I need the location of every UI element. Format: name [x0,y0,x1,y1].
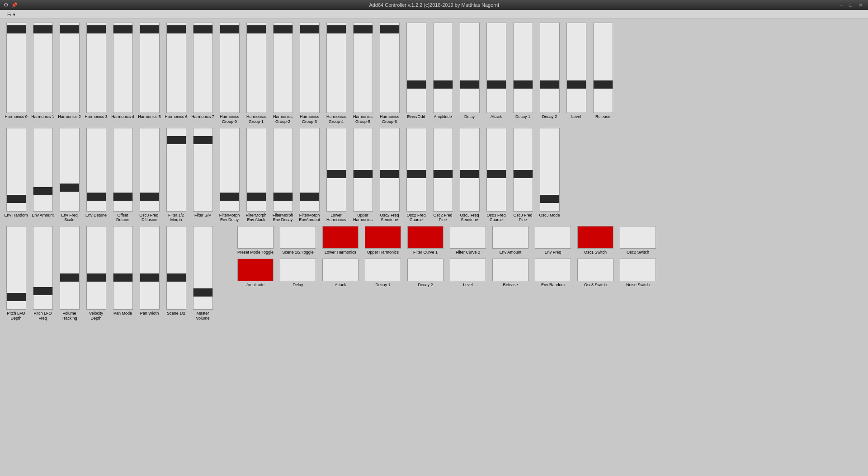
button-container: Osc3 Switch [575,259,616,287]
fader-track[interactable] [140,128,160,212]
fader-label: Harmonics Group-0 [217,114,242,124]
fader-track[interactable] [60,23,80,113]
fader-track[interactable] [113,23,133,113]
fader-track[interactable] [300,23,320,113]
fader-track[interactable] [566,23,586,113]
fader-track[interactable] [220,23,240,113]
fader-handle [140,273,159,282]
fader-track[interactable] [166,226,186,310]
close-button[interactable]: ✕ [857,2,864,8]
fader-label: Harmonics 5 [138,114,161,119]
fader-track[interactable] [246,23,266,113]
button-label: Scene 1/2 Toggle [282,250,313,255]
fader-track[interactable] [433,128,453,212]
fader-track[interactable] [593,23,613,113]
fader-track[interactable] [140,226,160,310]
fader-track[interactable] [406,23,426,113]
button-box[interactable] [620,259,656,281]
fader-track[interactable] [33,128,53,212]
button-container: Osc1 Switch [575,226,616,255]
fader-track[interactable] [540,23,560,113]
button-box[interactable] [237,226,274,249]
fader-track[interactable] [113,226,133,310]
fader-label: Harmonics Group-1 [244,114,269,124]
fader-track[interactable] [86,23,106,113]
fader-track[interactable] [326,128,346,212]
fader-container: Osc3 Freq. Diffusion [137,128,162,223]
fader-track[interactable] [353,23,373,113]
fader-track[interactable] [353,128,373,212]
fader-track[interactable] [300,128,320,212]
button-box[interactable] [365,226,401,249]
button-box[interactable] [577,259,613,281]
button-box[interactable] [450,226,486,249]
fader-track[interactable] [513,23,533,113]
fader-track[interactable] [6,23,26,113]
button-container: Env Random [533,259,573,287]
fader-track[interactable] [220,128,240,212]
fader-track[interactable] [193,23,213,113]
fader-track[interactable] [540,128,560,212]
button-box[interactable] [620,226,656,249]
fader-container: Harmonics Group-4 [324,23,349,124]
button-box[interactable] [535,226,571,249]
buttons-row2: AmplitudeDelayAttackDecay 1Decay 2LevelR… [235,259,658,287]
button-box[interactable] [365,259,401,281]
fader-label: Harmonics Group-6 [377,114,402,124]
fader-track[interactable] [273,23,293,113]
button-box[interactable] [322,226,359,249]
button-box[interactable] [450,259,486,281]
fader-track[interactable] [486,128,506,212]
button-box[interactable] [280,259,316,281]
button-box[interactable] [280,226,316,249]
fader-track[interactable] [460,23,480,113]
fader-handle [193,288,212,297]
buttons-row1: Preset Mode ToggleScene 1/2 ToggleLower … [235,226,658,255]
button-box[interactable] [492,259,528,281]
fader-track[interactable] [380,128,400,212]
fader-track[interactable] [33,226,53,310]
fader-track[interactable] [86,226,106,310]
fader-track[interactable] [193,128,213,212]
fader-track[interactable] [193,226,213,310]
fader-label: Scene 1/2 [167,311,185,316]
fader-track[interactable] [60,128,80,212]
fader-handle [434,80,453,89]
fader-track[interactable] [113,128,133,212]
button-box[interactable] [407,226,443,249]
button-box[interactable] [577,226,613,249]
fader-track[interactable] [33,23,53,113]
button-box[interactable] [535,259,571,281]
fader-track[interactable] [273,128,293,212]
fader-track[interactable] [166,128,186,212]
restore-button[interactable]: □ [847,2,854,8]
button-box[interactable] [492,226,528,249]
fader-track[interactable] [6,128,26,212]
fader-track[interactable] [460,128,480,212]
fader-track[interactable] [513,128,533,212]
button-box[interactable] [322,259,359,281]
fader-track[interactable] [246,128,266,212]
file-menu[interactable]: File [4,11,19,18]
button-box[interactable] [237,259,274,281]
minimize-button[interactable]: − [838,2,844,8]
fader-track[interactable] [433,23,453,113]
fader-container: Amplitude [430,23,455,124]
fader-label: Harmonics Group-3 [297,114,322,124]
fader-track[interactable] [86,128,106,212]
fader-track[interactable] [380,23,400,113]
fader-track[interactable] [6,226,26,310]
fader-container: FilterMorph Env Decay [270,128,295,223]
button-container: Decay 1 [363,259,403,287]
fader-track[interactable] [486,23,506,113]
fader-track[interactable] [326,23,346,113]
pin-icon[interactable]: 📌 [11,2,18,8]
button-box[interactable] [407,259,443,281]
fader-track[interactable] [140,23,160,113]
fader-track[interactable] [166,23,186,113]
fader-track[interactable] [60,226,80,310]
button-label: Osc1 Switch [584,250,607,255]
fader-track[interactable] [406,128,426,212]
fader-label: Env Amount [32,213,54,218]
row2-faders: Env RandomEnv AmountEnv Freq ScaleEnv De… [4,128,864,223]
